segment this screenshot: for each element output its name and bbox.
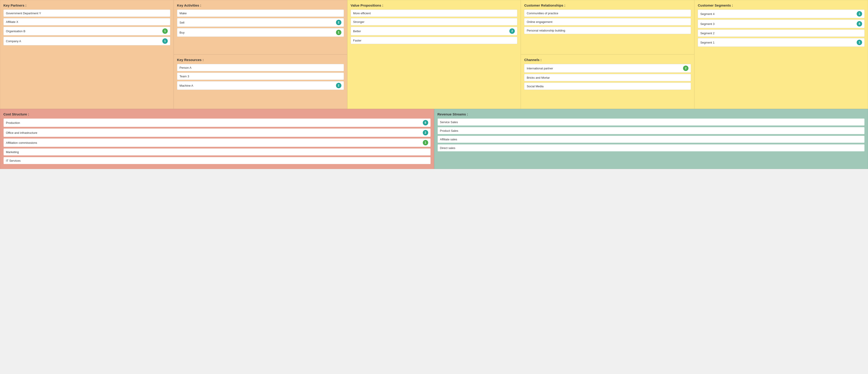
item-label: Organisation B <box>6 29 25 33</box>
item-label: Marketing <box>6 150 19 154</box>
list-item[interactable]: Personal relationship building <box>524 27 691 34</box>
key-activities-title: Key Activities : <box>177 3 344 7</box>
bottom-section: Cost Structure : Production6Office and i… <box>0 109 868 169</box>
list-item[interactable]: Online engagement <box>524 18 691 25</box>
item-label: Online engagement <box>527 20 552 24</box>
customer-relationships-items: Communities of practiceOnline engagement… <box>524 9 691 34</box>
item-label: Affiliation commisssions <box>6 141 37 144</box>
customer-segments-title: Customer Segments : <box>698 3 865 7</box>
list-item[interactable]: Better2 <box>351 27 518 35</box>
customer-segments-section: Customer Segments : Segment 41Segment 38… <box>694 0 868 109</box>
item-label: More efficient <box>353 11 371 15</box>
list-item[interactable]: Sell2 <box>177 18 344 27</box>
list-item[interactable]: Government Department Y <box>3 9 170 17</box>
list-item[interactable]: Segment 2 <box>698 29 865 37</box>
item-label: Company A <box>6 39 21 43</box>
list-item[interactable]: Buy1 <box>177 28 344 37</box>
item-label: Person A <box>180 66 191 69</box>
item-label: Buy <box>180 31 185 34</box>
channels-title: Channels : <box>524 58 691 62</box>
item-badge: 2 <box>423 130 428 135</box>
item-label: Social Media <box>527 85 544 88</box>
value-propositions-title: Value Propositions : <box>351 3 518 7</box>
item-label: Faster <box>353 39 362 42</box>
key-activities-section: Key Activities : MakeSell2Buy1 <box>174 0 347 54</box>
list-item[interactable]: Affiliation commisssions1 <box>3 138 431 147</box>
item-label: International partner <box>527 67 553 70</box>
item-label: Sell <box>180 21 185 24</box>
list-item[interactable]: Social Media <box>524 83 691 90</box>
list-item[interactable]: Affiliate sales <box>437 136 865 143</box>
list-item[interactable]: Communities of practice <box>524 9 691 17</box>
key-partners-title: Key Partners : <box>3 3 170 7</box>
item-label: Team 3 <box>180 75 189 78</box>
list-item[interactable]: Direct sales <box>437 144 865 151</box>
item-label: Communities of practice <box>527 11 558 15</box>
item-badge: 1 <box>423 140 428 145</box>
item-badge: 1 <box>162 28 168 34</box>
list-item[interactable]: Machine A2 <box>177 81 344 90</box>
key-resources-title: Key Resources : <box>177 58 344 62</box>
list-item[interactable]: Service Sales <box>437 118 865 126</box>
item-label: Government Department Y <box>6 11 41 15</box>
item-label: Segment 3 <box>700 22 715 26</box>
cost-structure-title: Cost Structure : <box>3 112 431 116</box>
item-label: Affiliate sales <box>440 138 457 141</box>
value-propositions-section: Value Propositions : More efficientStron… <box>347 0 521 109</box>
list-item[interactable]: Faster <box>351 37 518 44</box>
list-item[interactable]: Stronger <box>351 18 518 25</box>
list-item[interactable]: Product Sales <box>437 127 865 134</box>
list-item[interactable]: Affiliate X <box>3 18 170 25</box>
channels-section: Channels : International partner2Bricks … <box>521 54 694 109</box>
list-item[interactable]: Bricks and Mortar <box>524 74 691 81</box>
key-partners-section: Key Partners : Government Department YAf… <box>0 0 174 109</box>
item-label: Service Sales <box>440 120 458 124</box>
list-item[interactable]: Make <box>177 9 344 17</box>
item-label: Product Sales <box>440 129 458 133</box>
list-item[interactable]: IT Services <box>3 157 431 164</box>
value-propositions-items: More efficientStrongerBetter2Faster <box>351 9 518 44</box>
channels-items: International partner2Bricks and MortarS… <box>524 64 691 90</box>
item-label: Segment 2 <box>700 31 715 35</box>
list-item[interactable]: Segment 41 <box>698 9 865 18</box>
key-partners-items: Government Department YAffiliate XOrgani… <box>3 9 170 46</box>
item-badge: 6 <box>423 120 428 125</box>
key-resources-items: Person ATeam 3Machine A2 <box>177 64 344 90</box>
item-label: Office and infrastructure <box>6 131 37 135</box>
cost-structure-items: Production6Office and infrastructure2Aff… <box>3 118 431 164</box>
list-item[interactable]: Segment 11 <box>698 38 865 47</box>
item-label: Segment 1 <box>700 41 715 44</box>
item-badge: 1 <box>857 11 862 17</box>
item-label: Affiliate X <box>6 20 18 24</box>
list-item[interactable]: More efficient <box>351 9 518 17</box>
list-item[interactable]: Segment 38 <box>698 20 865 28</box>
item-label: Personal relationship building <box>527 29 565 32</box>
list-item[interactable]: Team 3 <box>177 73 344 80</box>
list-item[interactable]: Marketing <box>3 148 431 155</box>
item-badge: 1 <box>336 30 341 35</box>
item-label: Stronger <box>353 20 365 24</box>
cost-structure-section: Cost Structure : Production6Office and i… <box>0 109 434 169</box>
list-item[interactable]: Person A <box>177 64 344 71</box>
revenue-streams-section: Revenue Streams : Service SalesProduct S… <box>434 109 868 169</box>
list-item[interactable]: Office and infrastructure2 <box>3 128 431 137</box>
item-badge: 8 <box>857 21 862 27</box>
item-label: IT Services <box>6 159 21 163</box>
key-activities-items: MakeSell2Buy1 <box>177 9 344 37</box>
item-badge: 2 <box>509 28 515 34</box>
item-label: Production <box>6 121 20 124</box>
item-label: Machine A <box>180 84 193 87</box>
top-section: Key Partners : Government Department YAf… <box>0 0 868 109</box>
item-badge: 1 <box>857 40 862 45</box>
item-label: Direct sales <box>440 146 456 150</box>
item-badge: 2 <box>683 65 688 71</box>
customer-relationships-title: Customer Relationships : <box>524 3 691 7</box>
item-badge: 2 <box>336 83 341 88</box>
revenue-streams-title: Revenue Streams : <box>437 112 865 116</box>
item-badge: 1 <box>162 38 168 44</box>
item-badge: 2 <box>336 20 341 25</box>
list-item[interactable]: Organisation B1 <box>3 27 170 35</box>
list-item[interactable]: International partner2 <box>524 64 691 73</box>
list-item[interactable]: Production6 <box>3 118 431 127</box>
list-item[interactable]: Company A1 <box>3 37 170 46</box>
